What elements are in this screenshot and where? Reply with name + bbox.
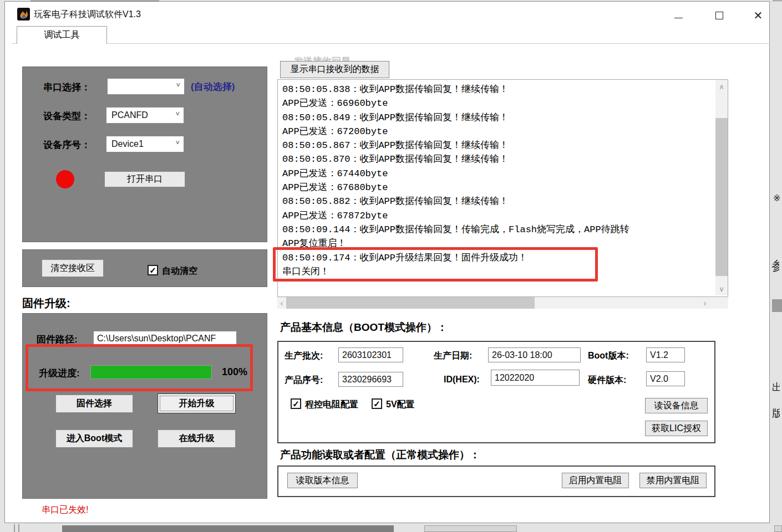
open-port-button[interactable]: 打开串口 (104, 171, 185, 187)
hw-version-input[interactable] (646, 371, 685, 386)
close-icon: ✕ (754, 10, 763, 21)
device-index-combobox[interactable]: Device1 ˅ (106, 136, 184, 152)
boot-version-label: Boot版本: (588, 350, 629, 362)
log-line: 08:50:09.174：收到APP升级结果回复！固件升级成功！ (282, 251, 728, 265)
vertical-scroll-thumb[interactable] (715, 118, 728, 276)
log-lines: 08:50:05.838：收到APP数据传输回复！继续传输！APP已发送：669… (282, 83, 728, 279)
read-device-info-button[interactable]: 读设备信息 (645, 398, 708, 413)
start-upgrade-button-label: 开始升级 (179, 398, 215, 410)
upgrade-progress-label: 升级进度: (39, 367, 80, 380)
chevron-left-icon: ‹ (281, 298, 283, 308)
background-window-edge (14, 524, 15, 532)
log-line: APP复位重启！ (282, 237, 728, 250)
chevron-up-icon: ∧ (719, 83, 724, 91)
firmware-path-input[interactable] (93, 331, 237, 346)
product-info-heading: 产品基本信息（BOOT模式操作）： (280, 320, 448, 335)
minimize-button[interactable] (669, 8, 688, 23)
upgrade-progress-fill (91, 366, 211, 378)
scroll-right-button[interactable]: › (700, 297, 709, 309)
chevron-down-icon: ˅ (175, 110, 180, 118)
screen: { "window": { "title": "玩客电子科技调试软件V1.3",… (0, 0, 782, 532)
tab-debug-tools[interactable]: 调试工具 (17, 26, 107, 44)
log-line: 08:50:05.849：收到APP数据传输回复！继续传输！ (282, 111, 728, 125)
scroll-up-button[interactable]: ∧ (715, 81, 728, 92)
log-line: APP已发送：67680byte (282, 181, 728, 195)
device-type-combobox[interactable]: PCANFD ˅ (106, 107, 184, 124)
maximize-button[interactable] (710, 8, 729, 23)
port-select-combobox[interactable]: ˅ (107, 78, 185, 95)
boot-version-input[interactable] (646, 347, 685, 362)
disable-internal-resistor-button-label: 禁用内置电阻 (647, 475, 700, 487)
minimize-icon (674, 18, 683, 18)
tab-label: 调试工具 (44, 29, 80, 41)
check-icon: ✓ (149, 265, 156, 275)
show-received-data-button[interactable]: 显示串口接收到的数据 (280, 61, 389, 78)
5v-config-checkbox[interactable]: ✓ (372, 398, 382, 409)
background-window-button (774, 525, 782, 532)
product-serial-label: 产品序号: (285, 375, 323, 386)
select-firmware-button[interactable]: 固件选择 (55, 395, 133, 413)
log-vertical-scrollbar[interactable]: ∧ ∨ (715, 80, 728, 295)
background-fragment: 版 (772, 406, 780, 421)
background-window-block (62, 525, 394, 532)
upgrade-progress-percent: 100% (222, 366, 247, 378)
log-line: 08:50:05.867：收到APP数据传输回复！继续传输！ (282, 139, 728, 152)
read-version-button[interactable]: 读取版本信息 (287, 473, 358, 488)
log-line: APP已发送：66960byte (282, 96, 728, 110)
log-line: 08:50:05.870：收到APP数据传输回复！继续传输！ (282, 152, 728, 166)
background-fragment: 出 (772, 380, 780, 395)
scroll-left-button[interactable]: ‹ (277, 297, 286, 309)
background-window-edge-top-right (773, 1, 782, 1)
device-type-value: PCANFD (111, 110, 148, 120)
batch-label: 生产批次: (285, 350, 323, 362)
maximize-icon (715, 12, 723, 19)
production-date-input[interactable] (488, 347, 581, 362)
enable-internal-resistor-button[interactable]: 启用内置电阻 (562, 473, 629, 488)
log-line: APP已发送：67440byte (282, 167, 728, 181)
auto-clear-checkbox[interactable]: ✓ (148, 265, 158, 275)
scroll-down-button[interactable]: ∨ (715, 283, 728, 294)
status-message: 串口已失效! (42, 504, 88, 516)
online-upgrade-button-label: 在线升级 (179, 433, 215, 444)
close-button[interactable]: ✕ (749, 8, 768, 23)
auto-clear-label: 自动清空 (162, 265, 197, 277)
chevron-right-icon: › (704, 298, 707, 308)
enter-boot-mode-button-label: 进入Boot模式 (67, 433, 122, 444)
hw-version-label: 硬件版本: (588, 375, 626, 386)
batch-input[interactable] (338, 347, 403, 362)
clear-receive-button[interactable]: 清空接收区 (42, 259, 104, 277)
app-icon (17, 8, 30, 21)
background-window-edge (18, 524, 19, 532)
log-line: 08:50:05.838：收到APP数据传输回复！继续传输！ (282, 83, 728, 96)
product-serial-input[interactable] (338, 372, 403, 387)
firmware-path-label: 固件路径: (37, 333, 78, 346)
get-lic-button[interactable]: 获取LIC授权 (645, 421, 708, 436)
device-type-label: 设备类型： (43, 110, 90, 122)
port-status-indicator (56, 170, 74, 188)
background-fragment: ※ (773, 193, 781, 203)
horizontal-scroll-thumb[interactable] (286, 297, 535, 309)
background-window-scroll-fragment (772, 299, 782, 312)
upgrade-progress-bar (90, 365, 212, 379)
firmware-upgrade-heading: 固件升级: (22, 296, 70, 311)
auto-select-hint: (自动选择) (191, 80, 235, 93)
check-icon: ✓ (292, 399, 299, 409)
disable-internal-resistor-button[interactable]: 禁用内置电阻 (639, 473, 707, 488)
get-lic-button-label: 获取LIC授权 (652, 423, 701, 434)
read-version-button-label: 读取版本信息 (296, 475, 349, 487)
enter-boot-mode-button[interactable]: 进入Boot模式 (55, 429, 133, 448)
id-hex-input[interactable] (491, 370, 580, 386)
online-upgrade-button[interactable]: 在线升级 (158, 429, 236, 448)
resistor-config-checkbox[interactable]: ✓ (291, 398, 301, 409)
background-fragment: 参 (771, 258, 779, 274)
log-line: APP已发送：67872byte (282, 209, 728, 223)
start-upgrade-button[interactable]: 开始升级 (158, 393, 236, 413)
select-firmware-button-label: 固件选择 (77, 398, 112, 410)
log-line: 08:50:05.882：收到APP数据传输回复！继续传输！ (282, 195, 728, 208)
log-horizontal-scrollbar[interactable]: ‹ › (277, 297, 728, 309)
serial-log-textarea[interactable]: 08:50:05.838：收到APP数据传输回复！继续传输！APP已发送：669… (277, 79, 728, 297)
log-line: APP已发送：67200byte (282, 125, 728, 139)
device-index-label: 设备序号： (43, 139, 90, 151)
chevron-down-icon: ˅ (175, 139, 180, 147)
id-hex-label: ID(HEX): (444, 375, 480, 385)
